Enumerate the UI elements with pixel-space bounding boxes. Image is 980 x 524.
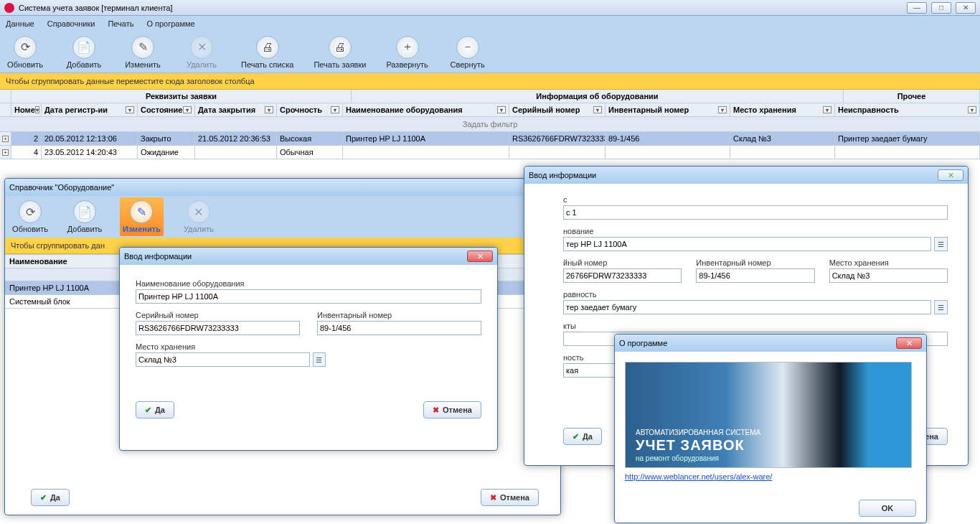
ok-button[interactable]: OK bbox=[859, 500, 916, 517]
label: Место хранения bbox=[136, 342, 481, 351]
equipment-toolbar: ⟳Обновить 📄Добавить ✎Изменить ✕Удалить bbox=[5, 196, 560, 238]
cancel-button[interactable]: ✖Отмена bbox=[481, 489, 539, 506]
chevron-down-icon[interactable]: ▾ bbox=[968, 106, 976, 113]
app-icon bbox=[4, 3, 14, 13]
add-icon: 📄 bbox=[73, 200, 96, 223]
menu-about[interactable]: О программе bbox=[146, 19, 194, 28]
add-button[interactable]: 📄Добавить bbox=[65, 200, 104, 233]
chevron-down-icon[interactable]: ▾ bbox=[35, 106, 39, 113]
hdr-req-group: Реквизиты заявки bbox=[11, 90, 352, 103]
input-titlebar[interactable]: Ввод информации ✕ bbox=[120, 248, 497, 265]
expand-button[interactable]: ＋Развернуть bbox=[386, 36, 428, 69]
chevron-down-icon[interactable]: ▾ bbox=[331, 106, 339, 113]
lookup-icon[interactable]: ☰ bbox=[313, 352, 326, 367]
delete-button: ✕Удалить bbox=[182, 36, 221, 69]
label: равность bbox=[563, 290, 948, 299]
filter-row[interactable]: Задать фильтр bbox=[0, 117, 980, 132]
menu-bar: Данные Справочники Печать О программе bbox=[0, 16, 980, 32]
printlist-button[interactable]: 🖨Печать списка bbox=[241, 36, 293, 69]
refresh-button[interactable]: ⟳Обновить bbox=[11, 200, 50, 233]
inventory-input[interactable] bbox=[696, 268, 814, 283]
col-urg[interactable]: Срочность▾ bbox=[277, 103, 343, 116]
row-expander[interactable]: + bbox=[0, 132, 11, 145]
delete-icon: ✕ bbox=[190, 36, 213, 59]
printreq-button[interactable]: 🖨Печать заявки bbox=[314, 36, 366, 69]
input-dialog: Ввод информации ✕ Наименование оборудова… bbox=[119, 247, 498, 451]
col-name[interactable]: Наименование оборудования▾ bbox=[343, 103, 509, 116]
col-serial[interactable]: Серийный номер▾ bbox=[509, 103, 606, 116]
chevron-down-icon[interactable]: ▾ bbox=[126, 106, 134, 113]
menu-data[interactable]: Данные bbox=[6, 19, 34, 28]
lookup-icon[interactable]: ☰ bbox=[934, 300, 948, 314]
add-button[interactable]: 📄Добавить bbox=[65, 36, 103, 69]
printreq-icon: 🖨 bbox=[329, 36, 352, 59]
fault-input[interactable] bbox=[563, 300, 931, 314]
collapse-icon: － bbox=[456, 36, 479, 59]
col-inv[interactable]: Инвентарный номер▾ bbox=[606, 103, 730, 116]
edit-button[interactable]: ✎Изменить bbox=[120, 197, 164, 236]
close-icon[interactable]: ✕ bbox=[896, 337, 922, 349]
chevron-down-icon[interactable]: ▾ bbox=[823, 106, 831, 113]
yes-button[interactable]: ✔Да bbox=[136, 401, 174, 418]
name-input[interactable] bbox=[563, 237, 931, 251]
col-loc[interactable]: Место хранения▾ bbox=[730, 103, 835, 116]
hdr-other-group: Прочее bbox=[844, 90, 980, 103]
c-input[interactable] bbox=[563, 205, 948, 220]
row-expander[interactable]: + bbox=[0, 146, 11, 159]
name-input[interactable] bbox=[136, 289, 481, 304]
about-titlebar[interactable]: О программе ✕ bbox=[615, 334, 926, 352]
close-button[interactable]: ✕ bbox=[956, 2, 976, 14]
label: Серийный номер bbox=[136, 311, 300, 319]
col-closed[interactable]: Дата закрытия▾ bbox=[195, 103, 277, 116]
refresh-icon: ⟳ bbox=[14, 36, 37, 59]
edit-icon: ✎ bbox=[131, 36, 154, 59]
col-state[interactable]: Состояние▾ bbox=[138, 103, 195, 116]
app-title: Система учета заявок [терминал клиента] bbox=[19, 4, 173, 12]
label: Инвентарный номер bbox=[317, 311, 481, 319]
chevron-down-icon[interactable]: ▾ bbox=[183, 106, 192, 113]
label: с bbox=[563, 195, 948, 204]
maximize-button[interactable]: □ bbox=[931, 2, 951, 14]
location-input[interactable] bbox=[829, 268, 948, 283]
yes-button[interactable]: ✔Да bbox=[31, 489, 70, 506]
label: йный номер bbox=[563, 258, 682, 267]
menu-print[interactable]: Печать bbox=[108, 19, 133, 28]
serial-input[interactable] bbox=[136, 321, 300, 335]
collapse-button[interactable]: －Свернуть bbox=[448, 36, 487, 69]
table-row[interactable]: + 4 23.05.2012 14:20:43 Ожидание Обычная bbox=[0, 146, 980, 159]
close-icon[interactable]: ✕ bbox=[938, 169, 963, 181]
main-titlebar: Система учета заявок [терминал клиента] … bbox=[0, 0, 980, 16]
col-num[interactable]: Номе▾ bbox=[11, 103, 42, 116]
group-hint[interactable]: Чтобы сгруппировать данные переместите с… bbox=[0, 73, 980, 90]
serial-input[interactable] bbox=[563, 268, 682, 283]
chevron-down-icon[interactable]: ▾ bbox=[593, 106, 602, 113]
about-link[interactable]: http://www.weblancer.net/users/alex-ware… bbox=[625, 472, 772, 481]
menu-refs[interactable]: Справочники bbox=[47, 19, 95, 28]
inventory-input[interactable] bbox=[317, 321, 481, 335]
minimize-button[interactable]: — bbox=[907, 2, 927, 14]
table-row[interactable]: + 2 20.05.2012 12:13:06 Закрыто 21.05.20… bbox=[0, 132, 980, 146]
right-titlebar[interactable]: Ввод информации ✕ bbox=[524, 167, 968, 184]
chevron-down-icon[interactable]: ▾ bbox=[718, 106, 727, 113]
yes-button[interactable]: ✔Да bbox=[563, 428, 602, 445]
edit-button[interactable]: ✎Изменить bbox=[123, 36, 162, 69]
location-input[interactable] bbox=[136, 352, 310, 367]
refresh-button[interactable]: ⟳Обновить bbox=[6, 36, 44, 69]
label: нование bbox=[563, 227, 948, 235]
chevron-down-icon[interactable]: ▾ bbox=[265, 106, 273, 113]
col-fault[interactable]: Неисправность▾ bbox=[835, 103, 980, 116]
cancel-button[interactable]: ✖Отмена bbox=[423, 401, 481, 418]
chevron-down-icon[interactable]: ▾ bbox=[497, 106, 506, 113]
delete-icon: ✕ bbox=[187, 200, 210, 223]
label: Место хранения bbox=[829, 258, 948, 267]
about-dialog: О программе ✕ АВТОМАТИЗИРОВАННАЯ СИСТЕМА… bbox=[614, 334, 927, 523]
close-icon[interactable]: ✕ bbox=[467, 251, 493, 262]
grid-super-header: Реквизиты заявки Информация об оборудова… bbox=[0, 90, 980, 103]
col-reg[interactable]: Дата регистр-ии▾ bbox=[42, 103, 138, 116]
refresh-icon: ⟳ bbox=[19, 200, 42, 223]
equipment-titlebar[interactable]: Справочник "Оборудование" ✕ bbox=[5, 179, 560, 196]
edit-icon: ✎ bbox=[130, 200, 153, 223]
add-icon: 📄 bbox=[72, 36, 95, 59]
hdr-equip-group: Информация об оборудовании bbox=[352, 90, 844, 103]
lookup-icon[interactable]: ☰ bbox=[934, 237, 948, 251]
